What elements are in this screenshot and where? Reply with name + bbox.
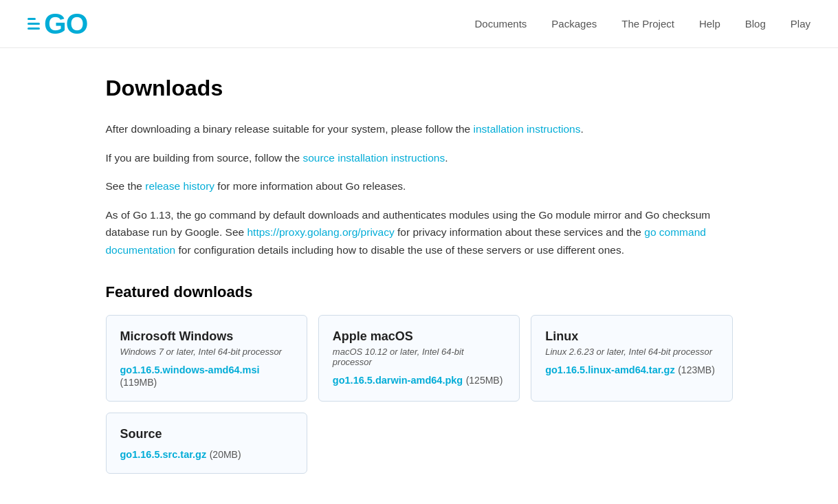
release-history-link[interactable]: release history: [145, 180, 214, 192]
installation-instructions-link[interactable]: installation instructions: [474, 123, 581, 135]
nav-help[interactable]: Help: [699, 18, 720, 30]
source-download-link[interactable]: go1.16.5.src.tar.gz: [120, 449, 207, 460]
intro-p4-middle: for privacy information about these serv…: [395, 226, 645, 238]
featured-downloads-grid: Microsoft Windows Windows 7 or later, In…: [106, 315, 733, 402]
intro-paragraph-3: See the release history for more informa…: [106, 177, 733, 195]
logo-line-2: [27, 23, 40, 25]
nav-documents[interactable]: Documents: [474, 18, 527, 30]
site-header: GO Documents Packages The Project Help B…: [0, 0, 838, 48]
windows-size: (119MB): [120, 377, 157, 388]
intro-p1-before: After downloading a binary release suita…: [106, 123, 474, 135]
linux-download-link[interactable]: go1.16.5.linux-amd64.tar.gz: [545, 364, 675, 375]
source-title: Source: [120, 427, 293, 441]
main-nav: Documents Packages The Project Help Blog…: [474, 18, 811, 30]
nav-packages[interactable]: Packages: [551, 18, 597, 30]
nav-the-project[interactable]: The Project: [621, 18, 674, 30]
logo-link[interactable]: GO: [27, 10, 87, 39]
source-row: Source go1.16.5.src.tar.gz (20MB): [106, 413, 733, 474]
intro-p1-after: .: [581, 123, 584, 135]
logo-line-1: [27, 18, 36, 20]
windows-download-link[interactable]: go1.16.5.windows-amd64.msi: [120, 364, 260, 375]
download-card-macos: Apple macOS macOS 10.12 or later, Intel …: [318, 315, 520, 402]
intro-p3-before: See the: [106, 180, 146, 192]
download-card-windows: Microsoft Windows Windows 7 or later, In…: [106, 315, 307, 402]
featured-downloads-title: Featured downloads: [106, 283, 733, 301]
nav-blog[interactable]: Blog: [745, 18, 766, 30]
page-title: Downloads: [106, 76, 733, 101]
source-installation-link[interactable]: source installation instructions: [302, 152, 445, 164]
intro-paragraph-4: As of Go 1.13, the go command by default…: [106, 206, 733, 259]
windows-subtitle: Windows 7 or later, Intel 64-bit process…: [120, 347, 293, 357]
logo-text: GO: [44, 10, 87, 39]
intro-p3-after: for more information about Go releases.: [214, 180, 406, 192]
source-size: (20MB): [210, 449, 241, 460]
intro-paragraph-1: After downloading a binary release suita…: [106, 120, 733, 138]
linux-title: Linux: [545, 329, 718, 344]
go-logo: GO: [27, 10, 87, 39]
intro-p2-before: If you are building from source, follow …: [106, 152, 303, 164]
logo-lines: [27, 18, 40, 30]
linux-size: (123MB): [678, 364, 715, 375]
logo-line-3: [27, 28, 40, 30]
nav-play[interactable]: Play: [791, 18, 811, 30]
macos-download-link[interactable]: go1.16.5.darwin-amd64.pkg: [333, 375, 463, 386]
intro-paragraph-2: If you are building from source, follow …: [106, 149, 733, 167]
main-content: Downloads After downloading a binary rel…: [89, 48, 749, 501]
windows-title: Microsoft Windows: [120, 329, 293, 344]
proxy-privacy-link[interactable]: https://proxy.golang.org/privacy: [247, 226, 394, 238]
intro-p4-after: for configuration details including how …: [175, 244, 624, 256]
download-card-linux: Linux Linux 2.6.23 or later, Intel 64-bi…: [531, 315, 732, 402]
macos-subtitle: macOS 10.12 or later, Intel 64-bit proce…: [333, 347, 505, 367]
macos-title: Apple macOS: [333, 329, 505, 344]
download-card-source: Source go1.16.5.src.tar.gz (20MB): [106, 413, 307, 474]
linux-subtitle: Linux 2.6.23 or later, Intel 64-bit proc…: [545, 347, 718, 357]
macos-size: (125MB): [466, 375, 503, 386]
intro-p2-after: .: [445, 152, 448, 164]
